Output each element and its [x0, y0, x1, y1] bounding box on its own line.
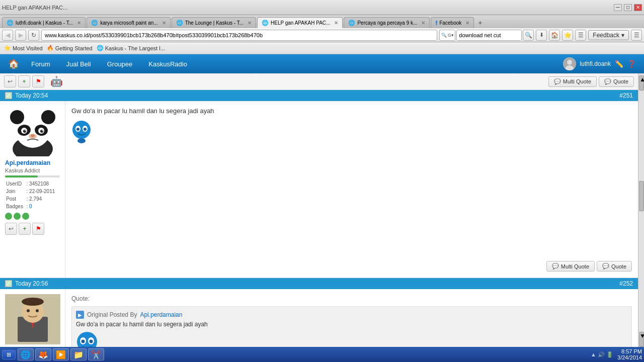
reload-button[interactable]: ↻ — [28, 30, 39, 41]
post-number-252: #252 — [619, 280, 633, 287]
minimize-button[interactable]: ─ — [614, 4, 622, 11]
user-badges-251 — [5, 213, 60, 220]
edit-icon[interactable]: ✏️ — [615, 60, 623, 68]
kaskus-header: 🏠 Forum Jual Beli Groupee KaskusRadio lu… — [0, 54, 644, 73]
bookmark-getting-started[interactable]: 🔥 Getting Started — [47, 45, 93, 51]
flag-action-251[interactable]: ⚑ — [32, 223, 44, 235]
quote-arrow-icon: ▶ — [76, 311, 84, 319]
bookmark-favicon: 🔥 — [47, 45, 54, 51]
taskbar-scissors[interactable]: ✂️ — [88, 348, 104, 360]
tab-4[interactable]: 🌐 HELP gan APAKAH PAC... ✕ — [257, 17, 343, 28]
badge-3 — [22, 213, 29, 220]
tab-2[interactable]: 🌐 karya microsoft paint an... ✕ — [87, 17, 171, 28]
quote-text: Gw do'a in pacar lu hamil dan lu segera … — [76, 321, 627, 328]
back-button[interactable]: ◀ — [2, 30, 13, 41]
bookmark-label: Most Visited — [13, 45, 43, 51]
download-button[interactable]: ⬇ — [536, 30, 547, 41]
svg-point-13 — [25, 130, 26, 131]
quote-button-251[interactable]: 💬 Quote — [597, 261, 632, 272]
taskbar-firefox[interactable]: 🦊 — [35, 348, 51, 360]
search-input[interactable] — [456, 30, 522, 41]
nav-jual-beli[interactable]: Jual Beli — [62, 58, 95, 70]
tab-close[interactable]: ✕ — [465, 20, 469, 26]
svg-point-33 — [82, 340, 85, 343]
address-bar[interactable] — [41, 30, 437, 41]
taskbar-media[interactable]: ▶️ — [53, 348, 69, 360]
taskbar-clock: 8:57 PM 3/24/2014 — [617, 348, 642, 360]
window-title: HELP gan APAKAH PAC... — [2, 5, 614, 11]
nav-kaskus-radio[interactable]: KaskusRadio — [144, 58, 191, 70]
tab-close[interactable]: ✕ — [77, 20, 81, 26]
scroll-thumb-top[interactable]: ▲ — [639, 75, 644, 90]
tabs-bar: 🌐 luthfi.doank | Kaskus - T... ✕ 🌐 karya… — [0, 15, 644, 28]
user-info-table-251: UserID: 3452108 Join: 22-09-2011 Post: 2… — [5, 179, 60, 211]
nav-forum[interactable]: Forum — [27, 58, 54, 70]
new-tab-button[interactable]: + — [475, 17, 485, 28]
start-button[interactable]: ⊞ — [2, 350, 16, 359]
username-251[interactable]: Api.perdamaian — [5, 159, 60, 166]
add-action-251[interactable]: + — [19, 223, 31, 235]
nav-groupee[interactable]: Groupee — [103, 58, 137, 70]
forward-button[interactable]: ▶ — [15, 30, 26, 41]
clock-time: 8:57 PM — [617, 348, 642, 354]
tab-1[interactable]: 🌐 luthfi.doank | Kaskus - T... ✕ — [2, 17, 86, 28]
tab-6[interactable]: f Facebook ✕ — [431, 17, 474, 28]
help-icon[interactable]: ❓ — [627, 60, 636, 68]
user-avatar-252 — [5, 294, 60, 344]
svg-point-34 — [90, 340, 93, 343]
flag-icon-button[interactable]: ⚑ — [32, 75, 44, 87]
speech-icon: 💬 — [552, 263, 559, 269]
close-button[interactable]: ✕ — [634, 4, 642, 11]
svg-point-28 — [27, 309, 30, 312]
bookmark-favicon: ⭐ — [4, 45, 11, 51]
search-button[interactable]: 🔍 — [523, 30, 534, 41]
kaskus-home-button[interactable]: 🏠 — [8, 58, 19, 69]
post-251-header: ✓ Today 20:54 #251 — [0, 90, 638, 101]
scroll-thumb[interactable] — [639, 181, 644, 211]
add-icon-button[interactable]: + — [18, 75, 30, 87]
bookmark-button[interactable]: ⭐ — [562, 30, 573, 41]
tab-3[interactable]: 🌐 The Lounge | Kaskus - T... ✕ — [172, 17, 256, 28]
svg-point-21 — [84, 128, 87, 131]
tab-label: Percaya nga percaya 9 k... — [357, 20, 417, 26]
tab-close[interactable]: ✕ — [334, 20, 338, 26]
multi-quote-button-1[interactable]: 💬 Multi Quote — [548, 76, 597, 87]
tab-close[interactable]: ✕ — [162, 20, 166, 26]
multi-quote-label-251: Multi Quote — [561, 263, 589, 269]
taskbar-folder[interactable]: 📁 — [70, 348, 87, 360]
svg-point-12 — [40, 130, 43, 133]
quote-buttons-251: 💬 Multi Quote 💬 Quote — [71, 261, 632, 272]
bookmark-most-visited[interactable]: ⭐ Most Visited — [4, 45, 43, 51]
menu-button[interactable]: ☰ — [631, 30, 642, 41]
quote-button-1[interactable]: 💬 Quote — [599, 76, 634, 87]
tab-label: karya microsoft paint an... — [100, 20, 158, 26]
windows-icon: ⊞ — [7, 351, 11, 358]
multi-quote-button-251[interactable]: 💬 Multi Quote — [546, 261, 595, 272]
scrollbar[interactable]: ▲ ▼ — [638, 73, 644, 347]
bookmark-kaskus[interactable]: 🌐 Kaskus - The Largest I... — [97, 45, 166, 51]
feedback-label: Feedback — [593, 32, 619, 39]
tab-close[interactable]: ✕ — [248, 20, 252, 26]
feedback-button[interactable]: Feedback ▾ — [588, 30, 629, 40]
reply-action-251[interactable]: ↩ — [5, 223, 17, 235]
svg-point-30 — [77, 332, 97, 347]
svg-point-16 — [31, 134, 35, 137]
post-251-text: Gw do'a in pacar lu hamil dan lu segera … — [71, 107, 632, 115]
quote-buttons-1: 💬 Multi Quote 💬 Quote — [548, 76, 634, 87]
scroll-thumb-bottom[interactable]: ▼ — [639, 332, 644, 347]
reply-icon-button[interactable]: ↩ — [4, 75, 16, 87]
maximize-button[interactable]: □ — [624, 4, 632, 11]
settings-button[interactable]: ☰ — [575, 30, 586, 41]
tab-close[interactable]: ✕ — [421, 20, 425, 26]
title-bar: HELP gan APAKAH PAC... ─ □ ✕ — [0, 0, 644, 15]
tab-5[interactable]: 🌐 Percaya nga percaya 9 k... ✕ — [344, 17, 430, 28]
home-button[interactable]: 🏠 — [549, 30, 560, 41]
google-search-icon: 🔍 G▾ — [439, 30, 455, 41]
taskbar-ie[interactable]: 🌐 — [18, 348, 34, 360]
user-avatar-small — [563, 57, 576, 70]
tab-favicon: 🌐 — [348, 20, 355, 26]
clock-date: 3/24/2014 — [617, 354, 642, 360]
svg-point-11 — [23, 130, 26, 133]
post-252-checkbox[interactable]: ✓ — [5, 280, 12, 287]
post-checkbox[interactable]: ✓ — [5, 92, 12, 99]
